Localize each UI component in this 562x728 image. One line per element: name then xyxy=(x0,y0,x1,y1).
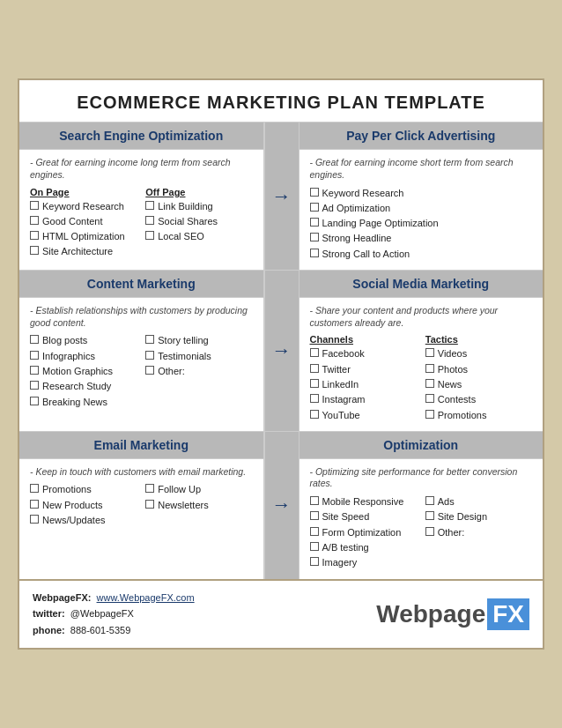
check-label-col1-left-0-2: HTML Optimization xyxy=(42,230,125,242)
check-label-col2-left-1-0: Story telling xyxy=(158,334,208,346)
checkbox-col2-right-1-2[interactable] xyxy=(425,379,434,388)
check-label-col1-right-2-0: Mobile Responsive xyxy=(322,495,404,508)
check-item-col1-left-0-0: Keyword Research xyxy=(30,200,137,212)
checkbox-col1-left-1-2[interactable] xyxy=(30,366,39,375)
check-label-col2-right-1-0: Videos xyxy=(438,347,467,360)
check-label-col2-left-0-0: Link Building xyxy=(158,200,212,212)
cell-header-left-1: Content Marketing xyxy=(19,271,263,298)
checkbox-col2-right-1-0[interactable] xyxy=(425,348,434,357)
two-col-left-0: On PageKeyword ResearchGood ContentHTML … xyxy=(30,187,253,261)
check-item-col1-left-1-1: Infographics xyxy=(30,350,137,362)
check-label-col1-right-2-2: Form Optimization xyxy=(322,526,402,539)
check-label-col2-left-0-1: Social Shares xyxy=(158,215,218,227)
check-label-col2-right-2-0: Ads xyxy=(438,495,455,508)
template-container: ECOMMERCE MARKETING PLAN TEMPLATE Search… xyxy=(18,78,544,649)
check-label-col2-right-1-2: News xyxy=(438,378,462,390)
checkbox-col1-right-2-0[interactable] xyxy=(310,496,319,505)
check-label-col1-left-1-3: Research Study xyxy=(42,380,111,392)
check-label-col1-left-1-0: Blog posts xyxy=(42,334,87,346)
check-item-col2-right-2-0: Ads xyxy=(425,495,532,508)
check-item-col1-left-1-0: Blog posts xyxy=(30,334,137,346)
check-label-col1-right-2-1: Site Speed xyxy=(322,510,370,523)
arrow-0: → xyxy=(264,123,299,270)
checkbox-col1-left-2-0[interactable] xyxy=(30,484,39,493)
checkbox-col1-left-1-3[interactable] xyxy=(30,381,39,390)
checkbox-right-0-2[interactable] xyxy=(310,218,319,227)
cell-right-1: Social Media Marketing- Share your conte… xyxy=(299,271,544,431)
checkbox-right-0-4[interactable] xyxy=(310,249,319,257)
check-item-col1-right-2-2: Form Optimization xyxy=(310,526,417,539)
phone-label: phone: xyxy=(33,625,65,635)
check-label-col1-right-1-4: YouTube xyxy=(322,409,360,421)
checkbox-col1-left-1-0[interactable] xyxy=(30,335,39,344)
check-label-col1-right-2-3: A/B testing xyxy=(322,541,369,553)
check-label-col1-left-0-0: Keyword Research xyxy=(42,200,124,212)
two-col-right-2: Mobile ResponsiveSite SpeedForm Optimiza… xyxy=(310,495,533,571)
checkbox-col2-left-0-2[interactable] xyxy=(145,231,154,240)
checkbox-col2-right-1-4[interactable] xyxy=(425,410,434,419)
company-label: WebpageFX: xyxy=(33,592,91,603)
checkbox-col1-right-1-2[interactable] xyxy=(310,379,319,388)
checkbox-col2-left-0-0[interactable] xyxy=(145,201,154,210)
checkbox-col2-left-2-1[interactable] xyxy=(145,500,154,509)
checkbox-col2-left-1-0[interactable] xyxy=(145,335,154,344)
checkbox-col1-right-2-4[interactable] xyxy=(310,557,319,566)
checkbox-col2-right-2-0[interactable] xyxy=(425,496,434,505)
check-label-col2-right-1-4: Promotions xyxy=(438,409,487,421)
checkbox-col1-right-1-1[interactable] xyxy=(310,364,319,373)
checkbox-col1-left-0-2[interactable] xyxy=(30,231,39,240)
check-label-right-0-4: Strong Call to Action xyxy=(322,248,410,260)
check-item-col1-right-1-2: LinkedIn xyxy=(310,378,417,390)
checkbox-col2-left-2-0[interactable] xyxy=(145,484,154,493)
check-item-col2-right-2-2: Other: xyxy=(425,526,532,539)
checkbox-col2-right-2-1[interactable] xyxy=(425,511,434,520)
checkbox-col2-left-0-1[interactable] xyxy=(145,216,154,225)
check-label-col1-left-1-4: Breaking News xyxy=(42,396,107,408)
checkbox-col1-left-2-2[interactable] xyxy=(30,515,39,524)
check-label-right-0-3: Strong Headline xyxy=(322,232,392,244)
check-label-col2-right-1-1: Photos xyxy=(438,363,468,375)
cell-subtitle-left-0: - Great for earning income long term fro… xyxy=(30,157,253,181)
check-item-col1-right-2-4: Imagery xyxy=(310,556,417,568)
check-item-right-0-3: Strong Headline xyxy=(310,232,533,244)
checkbox-col1-right-2-2[interactable] xyxy=(310,527,319,536)
col-col2-right-2: AdsSite DesignOther: xyxy=(425,495,532,571)
arrow-icon-1: → xyxy=(272,339,292,362)
check-label-col1-left-0-1: Good Content xyxy=(42,215,103,227)
checkbox-col1-left-1-4[interactable] xyxy=(30,397,39,405)
checkbox-col1-right-1-4[interactable] xyxy=(310,410,319,419)
check-item-col1-left-0-2: HTML Optimization xyxy=(30,230,137,242)
section-row-2: Email Marketing- Keep in touch with cust… xyxy=(19,432,543,579)
checkbox-col2-left-1-1[interactable] xyxy=(145,351,154,360)
checkbox-right-0-1[interactable] xyxy=(310,203,319,212)
check-item-col1-right-1-0: Facebook xyxy=(310,347,417,360)
check-label-col1-right-1-2: LinkedIn xyxy=(322,378,359,390)
cell-content-right-2: - Optimizing site performance for better… xyxy=(299,459,544,579)
cell-content-left-1: - Establish relationships with customers… xyxy=(19,298,263,431)
checkbox-col1-right-1-0[interactable] xyxy=(310,348,319,357)
checkbox-right-0-3[interactable] xyxy=(310,233,319,241)
checkbox-col1-right-2-1[interactable] xyxy=(310,511,319,520)
checkbox-col1-left-0-3[interactable] xyxy=(30,246,39,255)
check-label-col1-left-1-1: Infographics xyxy=(42,350,95,362)
checkbox-right-0-0[interactable] xyxy=(310,188,319,197)
checkbox-col2-right-1-1[interactable] xyxy=(425,364,434,373)
checkbox-col2-right-1-3[interactable] xyxy=(425,394,434,403)
website-link[interactable]: www.WebpageFX.com xyxy=(97,592,195,603)
checkbox-col1-left-0-0[interactable] xyxy=(30,201,39,210)
checkbox-col1-left-1-1[interactable] xyxy=(30,351,39,360)
twitter-label: twitter: xyxy=(33,608,65,619)
cell-left-0: Search Engine Optimization- Great for ea… xyxy=(19,123,264,270)
checkbox-col2-right-2-2[interactable] xyxy=(425,527,434,536)
footer-twitter-row: twitter: @WebpageFX xyxy=(33,605,376,622)
checkbox-col1-left-0-1[interactable] xyxy=(30,216,39,225)
checkbox-col1-right-1-3[interactable] xyxy=(310,394,319,403)
checkbox-col1-left-2-1[interactable] xyxy=(30,500,39,509)
checkbox-col2-left-1-2[interactable] xyxy=(145,366,154,375)
logo-fx-text: FX xyxy=(487,598,529,630)
check-label-right-0-0: Keyword Research xyxy=(322,187,404,199)
col-col2-left-2: Follow UpNewsletters xyxy=(145,483,252,529)
check-item-col2-left-1-2: Other: xyxy=(145,365,252,377)
checkbox-col1-right-2-3[interactable] xyxy=(310,542,319,551)
check-item-col1-left-2-0: Promotions xyxy=(30,483,137,495)
